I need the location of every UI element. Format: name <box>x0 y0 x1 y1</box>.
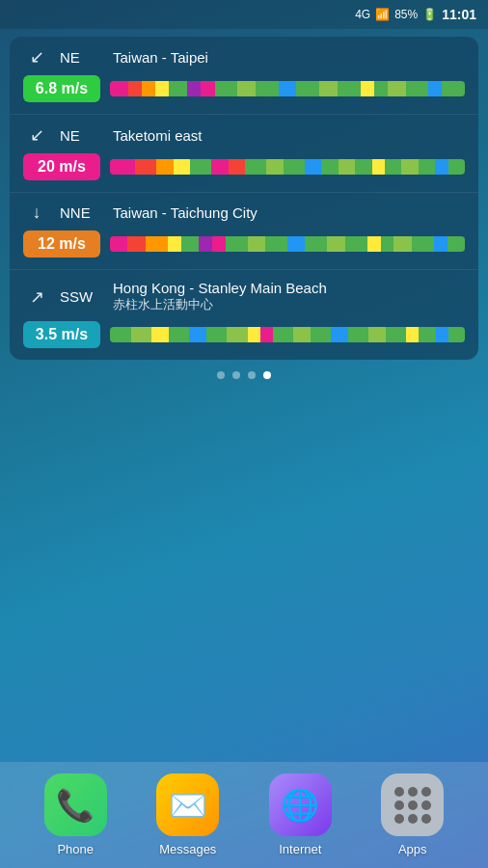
wind-color-bar <box>110 327 465 342</box>
wind-data-row: 6.8 m/s <box>23 75 465 102</box>
network-type: 4G <box>355 8 370 21</box>
wind-location-name: Hong Kong - Stanley Main Beach <box>113 280 465 296</box>
battery-icon: 🔋 <box>422 8 437 21</box>
color-segment <box>168 236 181 252</box>
color-segment <box>447 236 465 252</box>
color-segment <box>393 236 411 252</box>
color-segment <box>273 327 294 342</box>
color-segment <box>146 236 168 252</box>
dock-item-internet[interactable]: 🌐Internet <box>269 773 332 856</box>
wind-arrow-icon: ↙ <box>23 124 50 146</box>
color-segment <box>237 81 256 96</box>
color-segment <box>448 327 465 342</box>
page-dot[interactable] <box>232 371 240 379</box>
color-segment <box>110 327 131 342</box>
wind-location-container: Hong Kong - Stanley Main Beach赤柱水上活動中心 <box>113 280 465 313</box>
phone-label: Phone <box>57 842 94 856</box>
dock-item-messages[interactable]: ✉️Messages <box>156 773 219 856</box>
color-segment <box>319 81 338 96</box>
apps-label: Apps <box>398 842 427 856</box>
page-dot[interactable] <box>248 371 256 379</box>
page-dot[interactable] <box>217 371 225 379</box>
color-segment <box>226 236 248 252</box>
wind-item[interactable]: ↗SSWHong Kong - Stanley Main Beach赤柱水上活動… <box>10 270 478 360</box>
color-segment <box>227 327 248 342</box>
wind-item[interactable]: ↙NETaiwan - Taipei6.8 m/s <box>10 37 478 115</box>
color-segment <box>406 327 419 342</box>
apps-grid-dot <box>394 787 404 797</box>
color-segment <box>327 236 344 252</box>
wind-data-row: 3.5 m/s <box>23 321 465 348</box>
wind-arrow-icon: ↗ <box>23 286 50 308</box>
color-segment <box>448 159 465 175</box>
color-segment <box>338 81 361 96</box>
color-segment <box>199 236 212 252</box>
color-segment <box>248 236 265 252</box>
wind-direction-label: NNE <box>60 204 103 221</box>
color-segment <box>156 159 174 175</box>
apps-grid-dot <box>408 787 418 797</box>
battery-percent: 85% <box>394 8 418 21</box>
color-segment <box>386 327 407 342</box>
dock: 📞Phone✉️Messages🌐InternetApps <box>0 762 488 868</box>
color-segment <box>211 159 229 175</box>
wind-location-name: Taiwan - Taipei <box>113 49 465 66</box>
color-segment <box>331 327 347 342</box>
dock-item-apps[interactable]: Apps <box>381 773 444 856</box>
color-segment <box>401 159 419 175</box>
wind-color-bar <box>110 159 465 175</box>
apps-grid-dot <box>421 800 431 810</box>
color-segment <box>348 327 369 342</box>
wind-item[interactable]: ↓NNETaiwan - Taichung City12 m/s <box>10 193 478 270</box>
status-icons: 4G 📶 85% 🔋 11:01 <box>355 7 476 22</box>
page-dots <box>0 371 488 379</box>
wind-speed-badge: 3.5 m/s <box>23 321 100 348</box>
apps-grid-dot <box>394 800 404 810</box>
messages-icon: ✉️ <box>156 773 219 836</box>
wind-header: ↙NETaiwan - Taipei <box>23 46 465 68</box>
color-segment <box>245 159 266 175</box>
color-segment <box>127 236 145 252</box>
color-segment <box>206 327 228 342</box>
wind-location-container: Taketomi east <box>113 127 465 144</box>
color-segment <box>169 81 187 96</box>
color-segment <box>436 327 448 342</box>
wind-arrow-icon: ↓ <box>23 203 50 223</box>
color-segment <box>110 236 127 252</box>
dock-item-phone[interactable]: 📞Phone <box>44 773 107 856</box>
apps-grid-dot <box>421 814 431 824</box>
wind-item[interactable]: ↙NETaketomi east20 m/s <box>10 115 478 193</box>
color-segment <box>189 327 205 342</box>
internet-label: Internet <box>279 842 321 856</box>
wind-arrow-icon: ↙ <box>23 46 50 68</box>
page-dot[interactable] <box>263 371 271 379</box>
color-segment <box>368 327 385 342</box>
apps-grid-dot <box>408 800 418 810</box>
color-segment <box>442 81 465 96</box>
color-segment <box>435 159 447 175</box>
color-segment <box>265 236 287 252</box>
color-segment <box>266 159 284 175</box>
color-segment <box>155 81 169 96</box>
color-segment <box>287 236 305 252</box>
color-segment <box>381 236 394 252</box>
phone-icon: 📞 <box>44 773 107 836</box>
color-segment <box>406 81 429 96</box>
apps-grid-dot <box>394 814 404 824</box>
color-segment <box>110 81 128 96</box>
color-segment <box>190 159 211 175</box>
color-segment <box>388 81 406 96</box>
color-segment <box>339 159 356 175</box>
color-segment <box>385 159 402 175</box>
color-segment <box>428 81 442 96</box>
clock: 11:01 <box>442 7 476 22</box>
color-segment <box>419 327 435 342</box>
color-segment <box>260 327 273 342</box>
wind-location-container: Taiwan - Taipei <box>113 49 465 66</box>
color-segment <box>169 327 190 342</box>
color-segment <box>361 81 374 96</box>
color-segment <box>229 159 246 175</box>
color-segment <box>419 159 436 175</box>
color-segment <box>128 81 142 96</box>
color-segment <box>187 81 201 96</box>
